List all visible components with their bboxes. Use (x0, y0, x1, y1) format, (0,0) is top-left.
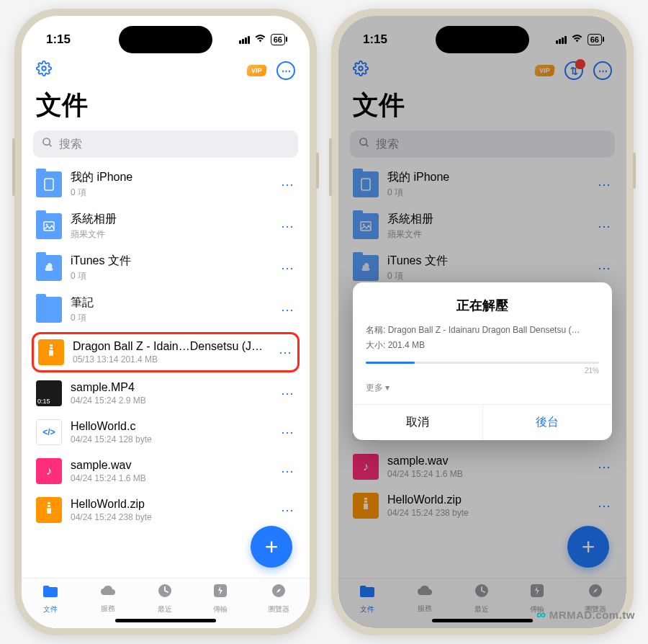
file-meta: 04/24 15:24 238 byte (71, 512, 271, 522)
file-row[interactable]: 0:15sample.MP404/24 15:24 2.9 MB⋯ (33, 374, 298, 413)
dialog-filesize: 大小: 201.4 MB (366, 339, 599, 352)
file-row[interactable]: iTunes 文件0 項⋯ (33, 247, 298, 289)
file-more-icon[interactable]: ⋯ (279, 260, 295, 276)
add-button[interactable]: + (251, 526, 292, 568)
file-more-icon[interactable]: ⋯ (279, 302, 295, 318)
dialog-filename: 名稱: Dragon Ball Z - Idainaru Dragon Ball… (366, 324, 599, 336)
svg-point-0 (42, 66, 46, 71)
file-row[interactable]: 筆記0 項⋯ (33, 289, 298, 331)
wifi-icon (571, 34, 583, 45)
search-icon (42, 137, 53, 151)
svg-point-1 (43, 138, 50, 145)
file-info: sample.wav04/24 15:24 1.6 MB (71, 459, 271, 483)
svg-rect-10 (48, 505, 50, 507)
search-input[interactable]: 搜索 (33, 130, 298, 158)
file-row[interactable]: HelloWorld.zip04/24 15:24 238 byte⋯ (33, 491, 298, 529)
file-row[interactable]: 系統相册蘋果文件⋯ (33, 205, 298, 247)
file-more-icon[interactable]: ⋯ (279, 385, 295, 401)
file-row[interactable]: Dragon Ball Z - Idain…Densetsu (Japan).7… (32, 332, 300, 372)
tab-folder[interactable]: 文件 (42, 583, 59, 614)
video-thumb-icon: 0:15 (36, 380, 62, 406)
file-name: Dragon Ball Z - Idain…Densetsu (Japan).7… (73, 340, 269, 353)
file-name: HelloWorld.zip (71, 498, 271, 511)
file-meta: 蘋果文件 (71, 228, 271, 241)
clock-icon (157, 583, 173, 603)
cellular-icon (239, 36, 250, 44)
file-name: 系統相册 (71, 212, 271, 227)
file-more-icon[interactable]: ⋯ (277, 344, 293, 360)
file-name: sample.wav (71, 459, 271, 472)
audio-file-icon: ♪ (36, 458, 62, 484)
file-meta: 05/13 13:14 201.4 MB (73, 354, 269, 365)
folder-icon (42, 583, 59, 603)
tab-compass[interactable]: 瀏覽器 (268, 583, 289, 614)
more-menu-icon[interactable]: ⋯ (276, 61, 295, 80)
file-meta: 04/24 15:24 128 byte (71, 434, 271, 444)
file-info: Dragon Ball Z - Idain…Densetsu (Japan).7… (73, 340, 269, 365)
file-info: 我的 iPhone0 項 (71, 170, 271, 199)
file-info: HelloWorld.c04/24 15:24 128 byte (71, 420, 271, 444)
tab-label: 文件 (43, 604, 58, 614)
status-time: 1:15 (363, 32, 387, 47)
wifi-icon (254, 34, 266, 45)
home-indicator[interactable] (115, 619, 216, 622)
file-info: sample.MP404/24 15:24 2.9 MB (71, 381, 271, 406)
folder-icon (36, 213, 62, 239)
file-info: 系統相册蘋果文件 (71, 212, 271, 241)
vip-badge[interactable]: VIP (247, 65, 267, 76)
svg-rect-11 (47, 508, 51, 514)
tab-label: 最近 (158, 604, 172, 614)
folder-icon (36, 255, 62, 281)
folder-icon (36, 171, 62, 197)
svg-point-5 (46, 224, 48, 226)
file-name: iTunes 文件 (71, 254, 271, 269)
tab-cloud[interactable]: 服務 (99, 583, 117, 614)
file-row[interactable]: </>HelloWorld.c04/24 15:24 128 byte⋯ (33, 413, 298, 452)
code-file-icon: </> (36, 419, 62, 445)
home-indicator[interactable] (432, 619, 533, 622)
progress-percent: 21% (366, 367, 599, 375)
tab-label: 傳輸 (213, 604, 228, 614)
background-button[interactable]: 後台 (483, 405, 613, 440)
page-title: 文件 (22, 85, 310, 130)
extract-dialog: 正在解壓 名稱: Dragon Ball Z - Idainaru Dragon… (353, 282, 612, 440)
watermark-icon: ∞ (536, 607, 546, 622)
phone-right: 1:15 66 VIP ⇅1 ⋯ 文件 (331, 9, 634, 635)
header-actions: VIP ⋯ (22, 56, 310, 85)
file-meta: 0 項 (71, 187, 271, 199)
battery-icon: 66 (588, 34, 602, 45)
svg-line-2 (49, 144, 51, 146)
svg-rect-6 (50, 344, 53, 346)
watermark: ∞ MRMAD.com.tw (536, 607, 635, 622)
file-name: 我的 iPhone (71, 170, 271, 185)
file-name: HelloWorld.c (71, 420, 271, 433)
tab-transfer[interactable]: 傳輸 (212, 583, 228, 614)
tab-clock[interactable]: 最近 (157, 583, 173, 614)
compass-icon (271, 583, 287, 603)
transfer-icon (212, 583, 228, 603)
file-more-icon[interactable]: ⋯ (279, 502, 295, 518)
file-more-icon[interactable]: ⋯ (279, 463, 295, 479)
dialog-more-toggle[interactable]: 更多 ▾ (366, 382, 599, 394)
file-info: iTunes 文件0 項 (71, 254, 271, 282)
dynamic-island (119, 26, 212, 53)
phone-left: 1:15 66 VIP ⋯ 文件 (14, 9, 317, 635)
file-row[interactable]: ♪sample.wav04/24 15:24 1.6 MB⋯ (33, 452, 298, 491)
battery-icon: 66 (271, 34, 285, 45)
file-info: HelloWorld.zip04/24 15:24 238 byte (71, 498, 271, 522)
svg-rect-8 (49, 350, 53, 356)
file-more-icon[interactable]: ⋯ (279, 218, 295, 234)
file-more-icon[interactable]: ⋯ (279, 176, 295, 192)
tab-label: 服務 (101, 604, 115, 614)
svg-rect-3 (45, 179, 53, 190)
file-name: 筆記 (71, 295, 271, 310)
file-list[interactable]: 我的 iPhone0 項⋯系統相册蘋果文件⋯iTunes 文件0 項⋯筆記0 項… (22, 164, 310, 578)
cancel-button[interactable]: 取消 (353, 405, 483, 440)
file-more-icon[interactable]: ⋯ (279, 424, 295, 440)
svg-rect-7 (50, 347, 53, 349)
file-row[interactable]: 我的 iPhone0 項⋯ (33, 164, 298, 205)
cellular-icon (556, 36, 567, 44)
progress-bar (366, 362, 599, 364)
settings-icon[interactable] (36, 61, 52, 81)
file-meta: 04/24 15:24 1.6 MB (71, 473, 271, 483)
